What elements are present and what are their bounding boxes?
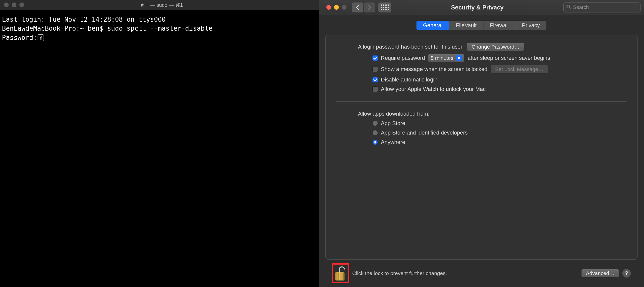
radio-app-store-row: App Store [336,120,627,127]
disable-auto-login-checkbox[interactable] [372,77,378,83]
apple-watch-row: Allow your Apple Watch to unlock your Ma… [336,86,627,92]
search-icon [566,5,571,11]
terminal-body[interactable]: Last login: Tue Nov 12 14:28:08 on ttys0… [0,10,319,287]
radio-anywhere-label: Anywhere [381,139,405,145]
svg-point-1 [567,5,570,8]
apple-watch-label: Allow your Apple Watch to unlock your Ma… [381,86,486,92]
close-dot-icon[interactable] [326,5,331,10]
terminal-window: ~ — sudo — ⌘1 Last login: Tue Nov 12 14:… [0,0,319,287]
require-password-suffix: after sleep or screen saver begins [468,55,550,61]
divider [336,101,627,102]
terminal-line-2: BenLawdeMacBook-Pro:~ ben$ sudo spctl --… [2,25,212,32]
search-field[interactable] [563,3,640,13]
svg-point-0 [40,36,42,38]
allow-apps-header: Allow apps downloaded from: [358,111,430,117]
svg-line-2 [569,8,570,9]
show-message-label: Show a message when the screen is locked [381,66,488,73]
forward-button[interactable] [364,3,375,13]
close-dot-icon[interactable] [4,3,9,7]
tab-filevault[interactable]: FileVault [449,21,484,30]
prefs-traffic-lights [322,5,346,10]
general-panel: A login password has been set for this u… [325,35,638,259]
radio-identified-label: App Store and identified developers [381,130,468,136]
nav-buttons [352,3,375,13]
show-all-button[interactable] [378,3,391,13]
disable-auto-login-label: Disable automatic login [381,77,438,83]
advanced-button[interactable]: Advanced… [581,269,619,277]
disable-auto-login-row: Disable automatic login [336,77,627,83]
require-password-checkbox[interactable] [372,55,378,61]
login-password-row: A login password has been set for this u… [336,43,627,51]
change-password-button[interactable]: Change Password… [467,43,524,51]
set-lock-message-button[interactable]: Set Lock Message… [490,65,548,74]
terminal-titlebar: ~ — sudo — ⌘1 [0,0,319,10]
terminal-title-text: ~ — sudo — ⌘1 [146,2,183,8]
require-password-delay-value: 5 minutes [431,55,453,61]
search-input[interactable] [573,5,638,10]
grid-icon [381,5,389,10]
radio-identified-row: App Store and identified developers [336,130,627,136]
apple-watch-checkbox[interactable] [372,86,378,92]
require-password-label: Require password [381,55,425,61]
radio-anywhere[interactable] [372,140,378,145]
key-icon [38,34,44,41]
terminal-password-label: Password: [2,34,37,41]
tab-general[interactable]: General [416,21,449,30]
minimize-dot-icon[interactable] [12,3,16,7]
require-password-delay-popup[interactable]: 5 minutes [428,54,464,62]
show-message-row: Show a message when the screen is locked… [336,65,627,74]
terminal-line-1: Last login: Tue Nov 12 14:28:08 on ttys0… [2,16,166,23]
zoom-dot-icon[interactable] [342,5,346,10]
prefs-title: Security & Privacy [395,4,560,11]
zoom-dot-icon[interactable] [20,3,24,7]
show-message-checkbox[interactable] [372,67,378,72]
prefs-titlebar: Security & Privacy [319,0,644,15]
svg-rect-4 [335,272,344,280]
require-password-row: Require password 5 minutes after sleep o… [336,54,627,62]
lock-highlight [332,263,349,283]
login-password-text: A login password has been set for this u… [358,44,462,50]
minimize-dot-icon[interactable] [334,5,339,10]
prefs-footer: Click the lock to prevent further change… [325,259,638,287]
radio-app-store[interactable] [372,121,378,126]
allow-apps-header-row: Allow apps downloaded from: [336,111,627,117]
radio-anywhere-row: Anywhere [336,139,627,145]
tab-privacy[interactable]: Privacy [515,21,546,30]
back-button[interactable] [352,3,363,13]
stepper-icon [456,55,462,61]
radio-app-store-label: App Store [381,120,405,127]
home-icon [140,3,144,7]
system-preferences-window: Security & Privacy General FileVault Fir… [319,0,644,287]
help-button[interactable]: ? [622,269,631,278]
tab-firewall[interactable]: Firewall [484,21,516,30]
radio-identified[interactable] [372,130,378,136]
unlocked-lock-icon[interactable] [334,265,347,281]
terminal-title: ~ — sudo — ⌘1 [24,2,299,8]
lock-hint-text: Click the lock to prevent further change… [352,270,447,276]
prefs-content: General FileVault Firewall Privacy A log… [319,15,644,287]
tab-bar: General FileVault Firewall Privacy [325,21,638,30]
terminal-traffic-lights [0,3,24,7]
